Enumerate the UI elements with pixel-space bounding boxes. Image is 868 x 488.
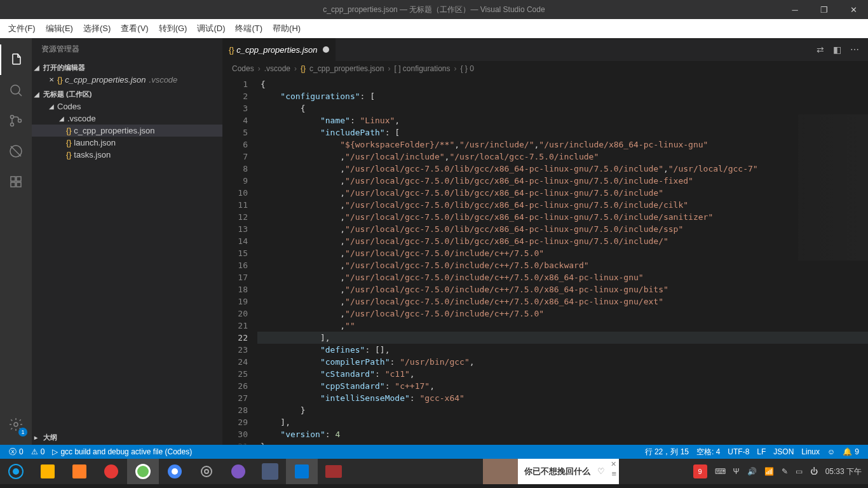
- compare-changes-icon[interactable]: ⇄: [817, 44, 824, 55]
- start-menu-icon[interactable]: [0, 459, 32, 484]
- svg-point-13: [172, 468, 178, 475]
- tray-clock[interactable]: 05:33 下午: [825, 466, 862, 477]
- svg-rect-8: [17, 177, 21, 181]
- file-c-cpp-properties[interactable]: {} c_cpp_properties.json: [32, 125, 222, 137]
- open-editors-section[interactable]: ◢打开的编辑器: [32, 62, 222, 74]
- heart-icon[interactable]: ♡: [597, 466, 605, 476]
- outline-section[interactable]: ▸大纲: [32, 431, 222, 444]
- folder-vscode[interactable]: ◢.vscode: [32, 112, 222, 125]
- status-encoding[interactable]: UTF-8: [724, 447, 753, 458]
- settings-gear-icon[interactable]: 1: [0, 409, 32, 440]
- taskbar-app-4[interactable]: [222, 459, 254, 484]
- taskbar-settings[interactable]: [191, 459, 222, 484]
- taskbar-app-2[interactable]: [64, 459, 95, 484]
- close-dirty-icon[interactable]: ✕: [46, 76, 57, 83]
- play-icon: ▷: [52, 447, 58, 456]
- breadcrumbs[interactable]: Codes› .vscode› {}c_cpp_properties.json›…: [222, 61, 868, 76]
- chevron-down-icon: ◢: [56, 115, 67, 122]
- close-button[interactable]: ✕: [839, 0, 868, 19]
- more-actions-icon[interactable]: ⋯: [850, 44, 859, 55]
- taskbar-terminal[interactable]: [318, 459, 349, 484]
- menu-view[interactable]: 查看(V): [116, 23, 153, 34]
- menu-debug[interactable]: 调试(D): [192, 23, 230, 34]
- album-art: [483, 459, 518, 484]
- keyboard-icon[interactable]: ⌨: [715, 467, 726, 476]
- svg-point-1: [11, 116, 14, 119]
- json-icon: {}: [66, 138, 72, 147]
- status-feedback[interactable]: ☺: [824, 447, 839, 458]
- status-eol[interactable]: LF: [753, 447, 770, 458]
- status-notifications[interactable]: 🔔9: [839, 447, 863, 458]
- status-warnings[interactable]: ⚠0: [27, 447, 49, 456]
- svg-point-0: [11, 85, 20, 94]
- editor-area: {} c_cpp_properties.json ⇄ ◧ ⋯ Codes› .v…: [222, 38, 868, 445]
- chevron-down-icon: ◢: [34, 91, 43, 98]
- status-errors[interactable]: ⓧ0: [5, 447, 27, 458]
- tab-c-cpp-properties[interactable]: {} c_cpp_properties.json: [222, 38, 336, 61]
- status-spaces[interactable]: 空格: 4: [693, 447, 724, 458]
- folder-codes[interactable]: ◢Codes: [32, 100, 222, 112]
- maximize-button[interactable]: ❐: [810, 0, 839, 19]
- minimap[interactable]: [798, 114, 868, 261]
- breadcrumb[interactable]: .vscode: [264, 64, 290, 73]
- line-gutter: 1234567891011121314151617181920212223242…: [222, 76, 257, 445]
- power-icon[interactable]: ⏻: [810, 467, 818, 476]
- usb-icon[interactable]: Ψ: [733, 467, 740, 476]
- split-editor-icon[interactable]: ◧: [833, 44, 841, 55]
- file-tasks-json[interactable]: {} tasks.json: [32, 149, 222, 161]
- os-taskbar: 你已不想挽回什么 ✕ ♡ ≡ 9 ⌨ Ψ 🔊 📶 ✎ ▭ ⏻ 05:33 下午: [0, 459, 868, 484]
- battery-icon[interactable]: ▭: [796, 467, 803, 476]
- taskbar-browser[interactable]: [127, 459, 159, 484]
- menu-help[interactable]: 帮助(H): [268, 23, 306, 34]
- breadcrumb[interactable]: c_cpp_properties.json: [309, 64, 384, 73]
- search-icon[interactable]: [0, 75, 32, 105]
- json-icon: {}: [66, 126, 72, 135]
- system-tray: 9 ⌨ Ψ 🔊 📶 ✎ ▭ ⏻ 05:33 下午: [693, 459, 868, 484]
- wifi-icon[interactable]: 📶: [764, 467, 774, 476]
- status-bar: ⓧ0 ⚠0 ▷gcc build and debug active file (…: [0, 445, 868, 459]
- code-content[interactable]: { "configurations": [ { "name": "Linux",…: [257, 76, 868, 445]
- status-os[interactable]: Linux: [797, 447, 824, 458]
- taskbar-vscode[interactable]: [286, 459, 318, 484]
- explorer-icon[interactable]: [0, 44, 32, 75]
- code-editor[interactable]: 1234567891011121314151617181920212223242…: [222, 76, 868, 445]
- smiley-icon: ☺: [827, 447, 835, 456]
- explorer-sidebar: 资源管理器 ◢打开的编辑器 ✕ {} c_cpp_properties.json…: [32, 38, 222, 445]
- svg-point-2: [11, 123, 14, 126]
- minimize-button[interactable]: ─: [780, 0, 810, 19]
- taskbar-app-1[interactable]: [32, 459, 64, 484]
- debug-icon[interactable]: [0, 136, 32, 166]
- menu-select[interactable]: 选择(S): [78, 23, 116, 34]
- editor-tabs: {} c_cpp_properties.json ⇄ ◧ ⋯: [222, 38, 868, 61]
- svg-point-15: [205, 470, 208, 473]
- breadcrumb[interactable]: { } 0: [461, 64, 474, 73]
- status-build-task[interactable]: ▷gcc build and debug active file (Codes): [48, 447, 196, 456]
- svg-point-3: [18, 119, 22, 123]
- status-cursor-pos[interactable]: 行 22，列 15: [641, 447, 693, 458]
- edit-icon[interactable]: ✎: [782, 467, 788, 476]
- file-launch-json[interactable]: {} launch.json: [32, 137, 222, 149]
- error-icon: ⓧ: [9, 447, 17, 458]
- music-player-widget[interactable]: 你已不想挽回什么 ✕ ♡ ≡: [483, 459, 619, 484]
- status-language[interactable]: JSON: [770, 447, 797, 458]
- taskbar-app-5[interactable]: [254, 459, 286, 484]
- volume-icon[interactable]: 🔊: [747, 467, 757, 476]
- playlist-icon[interactable]: ≡: [611, 469, 616, 478]
- menu-goto[interactable]: 转到(G): [154, 23, 193, 34]
- menu-file[interactable]: 文件(F): [3, 23, 41, 34]
- taskbar-app-3[interactable]: [95, 459, 127, 484]
- svg-rect-6: [11, 182, 15, 187]
- music-close-icon[interactable]: ✕: [611, 460, 616, 468]
- tray-notification-badge[interactable]: 9: [693, 464, 707, 478]
- taskbar-chrome[interactable]: [159, 459, 191, 484]
- menu-terminal[interactable]: 终端(T): [230, 23, 268, 34]
- json-icon: {}: [66, 150, 72, 159]
- extensions-icon[interactable]: [0, 166, 32, 197]
- breadcrumb[interactable]: [ ] configurations: [394, 64, 450, 73]
- workspace-section[interactable]: ◢无标题 (工作区): [32, 88, 222, 100]
- breadcrumb[interactable]: Codes: [232, 64, 254, 73]
- chevron-right-icon: ▸: [34, 434, 43, 441]
- source-control-icon[interactable]: [0, 105, 32, 136]
- open-editor-item[interactable]: ✕ {} c_cpp_properties.json .vscode: [32, 74, 222, 86]
- menu-edit[interactable]: 编辑(E): [41, 23, 78, 34]
